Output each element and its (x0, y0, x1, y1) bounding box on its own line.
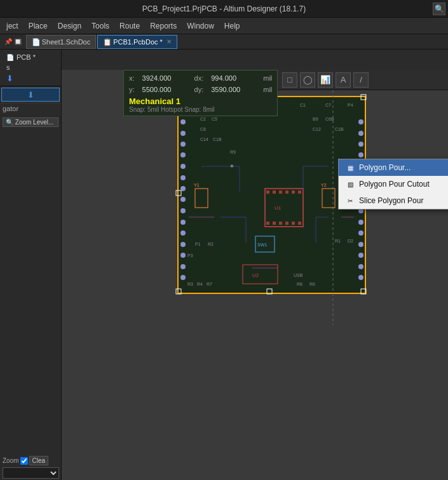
menu-bar: ject Place Design Tools Route Reports Wi… (0, 18, 448, 34)
tab-pin[interactable]: 📌 🔲 (3, 37, 24, 46)
toolbar-btn-circle[interactable]: ◯ (300, 72, 315, 88)
svg-text:✱: ✱ (230, 164, 234, 168)
menu-item-route[interactable]: Route (114, 20, 145, 32)
tab-pcb[interactable]: 📋 PCB1.PcbDoc * ✕ (97, 35, 177, 49)
zoom-control-area: 🔍 Zoom Level... (0, 116, 61, 128)
svg-rect-58 (285, 222, 288, 225)
clear-button[interactable]: Clea (29, 456, 49, 465)
svg-text:R2: R2 (208, 242, 214, 246)
svg-point-35 (358, 152, 363, 157)
svg-point-34 (358, 142, 363, 147)
svg-text:C14: C14 (200, 137, 208, 142)
svg-point-44 (358, 253, 363, 258)
sidebar-s-item[interactable]: s (3, 62, 58, 72)
polygon-cutout-icon: ▧ (345, 179, 355, 189)
svg-text:SW1: SW1 (257, 243, 267, 247)
sidebar-bottom: Zoom Clea (0, 455, 62, 480)
bottom-dropdown-row (0, 466, 62, 480)
dy-value: 3590.000 (211, 84, 255, 96)
svg-point-23 (180, 186, 186, 191)
svg-text:R6: R6 (309, 282, 315, 286)
toolbar-btn-chart[interactable]: 📊 (318, 72, 333, 88)
svg-text:USB: USB (294, 273, 303, 277)
svg-text:P4: P4 (348, 103, 353, 107)
pcb-file-icon: 📋 (103, 38, 111, 46)
zoom-checkbox[interactable] (20, 457, 28, 465)
tab-pcb-label: PCB1.PcbDoc * (113, 38, 163, 46)
menu-item-reports[interactable]: Reports (145, 20, 182, 32)
polygon-pour-label: Polygon Pour... (359, 163, 411, 172)
svg-text:C8: C8 (200, 127, 206, 131)
active-item-icon: ⬇ (27, 90, 34, 100)
clear-label: Clea (32, 457, 46, 464)
pcb-board-svg: P3 C3 C4 P2 C1 C7 P4 (62, 90, 448, 480)
search-button[interactable]: 🔍 (433, 3, 445, 15)
x-label: x: (129, 73, 135, 84)
svg-point-25 (180, 208, 186, 213)
svg-point-46 (358, 275, 363, 280)
svg-text:R3: R3 (187, 282, 193, 286)
svg-point-31 (180, 275, 186, 280)
zoom-level-row: 🔍 Zoom Level... (0, 116, 61, 128)
svg-text:Y1: Y1 (194, 183, 200, 187)
toolbar-btn-line[interactable]: / (353, 72, 369, 88)
zoom-row: Zoom Clea (0, 455, 62, 466)
svg-rect-54 (298, 190, 301, 194)
svg-text:C1B: C1B (213, 137, 222, 142)
tab-close-icon[interactable]: ✕ (166, 38, 172, 45)
svg-point-20 (180, 152, 186, 157)
unit-label2: mil (263, 84, 272, 96)
context-menu-polygon-cutout[interactable]: ▧ Polygon Pour Cutout (339, 176, 448, 192)
svg-text:U2: U2 (252, 272, 259, 278)
toolbar-btn-square[interactable]: □ (282, 72, 297, 88)
menu-item-place[interactable]: Place (24, 20, 53, 32)
svg-text:Y2: Y2 (321, 183, 327, 187)
svg-text:D2: D2 (348, 239, 353, 243)
svg-text:C2: C2 (200, 117, 206, 121)
svg-point-18 (180, 131, 186, 136)
x-value: 3924.000 (142, 73, 187, 84)
sidebar-download-item[interactable]: ⬇ (3, 72, 58, 84)
unit-label: mil (263, 73, 272, 84)
slice-polygon-label: Slice Polygon Pour (359, 196, 423, 205)
tab-bar: 📌 🔲 📄 Sheet1.SchDoc 📋 PCB1.PcbDoc * ✕ (0, 34, 448, 50)
pcb-canvas[interactable]: x: 3924.000 dx: 994.000 mil y: 5500.000 … (62, 70, 448, 480)
sidebar-pcb-item[interactable]: 📄 PCB * (3, 52, 58, 62)
menu-item-design[interactable]: Design (53, 20, 86, 32)
svg-rect-59 (292, 222, 295, 225)
zoom-text-label: Zoom (3, 457, 19, 464)
svg-point-21 (180, 164, 186, 169)
sidebar-pcb-label: PCB * (17, 53, 36, 61)
main-area: 📄 PCB * s ⬇ ⬇ gator 🔍 Zoom Level... (0, 50, 448, 480)
svg-text:P1: P1 (195, 242, 201, 246)
left-sidebar: 📄 PCB * s ⬇ ⬇ gator 🔍 Zoom Level... (0, 50, 62, 480)
menu-item-tools[interactable]: Tools (86, 20, 114, 32)
svg-text:P3: P3 (187, 253, 193, 258)
menu-item-window[interactable]: Window (182, 20, 219, 32)
pcb-file-red-icon: 📄 (6, 54, 14, 61)
toolbar-btn-text[interactable]: A (336, 72, 351, 88)
title-bar: PCB_Project1.PrjPCB - Altium Designer (1… (0, 0, 448, 18)
svg-text:R9: R9 (230, 150, 236, 154)
context-menu-slice-polygon[interactable]: ✂ Slice Polygon Pour (339, 192, 448, 209)
svg-rect-51 (279, 190, 282, 194)
y-value: 5500.000 (142, 84, 187, 96)
svg-point-30 (180, 264, 186, 269)
sidebar-active-item[interactable]: ⬇ (1, 88, 60, 102)
polygon-pour-icon: ▦ (345, 163, 355, 173)
context-menu-polygon-pour[interactable]: ▦ Polygon Pour... (339, 159, 448, 176)
sidebar-s-label: s (6, 63, 10, 71)
menu-item-help[interactable]: Help (219, 20, 245, 32)
svg-rect-53 (292, 190, 295, 194)
svg-text:R8: R8 (297, 282, 302, 286)
tab-schematic[interactable]: 📄 Sheet1.SchDoc (26, 35, 96, 49)
svg-rect-55 (266, 222, 269, 225)
svg-point-41 (358, 220, 363, 225)
tab-schematic-label: Sheet1.SchDoc (42, 38, 90, 46)
svg-point-19 (180, 142, 186, 147)
menu-item-project[interactable]: ject (1, 20, 24, 32)
zoom-level-button[interactable]: 🔍 Zoom Level... (3, 117, 58, 127)
bottom-dropdown[interactable] (3, 467, 59, 479)
navigator-text: gator (3, 105, 18, 112)
svg-point-22 (180, 175, 186, 180)
